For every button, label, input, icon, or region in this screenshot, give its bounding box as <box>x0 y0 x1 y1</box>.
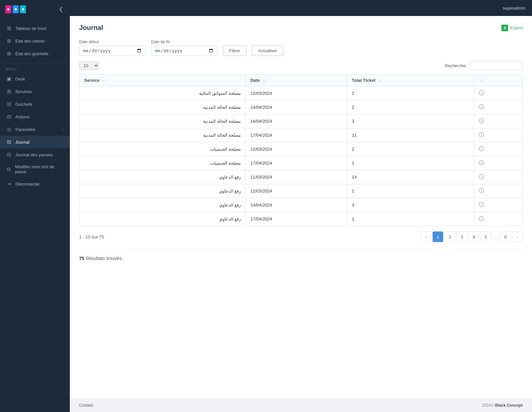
page-button-1[interactable]: 1 <box>433 231 443 242</box>
sidebar-item-journal-pauses[interactable]: ⊟ Journal des pauses <box>0 148 70 161</box>
cell-total-2: 3 <box>347 114 474 128</box>
date-fin-input[interactable] <box>151 46 217 56</box>
sidebar-item-label: Etat des clients <box>15 39 45 44</box>
next-page-button[interactable]: › <box>512 231 523 242</box>
page-button-5[interactable]: 5 <box>480 231 491 242</box>
content-area: Journal X Export Date début Date de fin … <box>70 16 532 412</box>
table-controls: 10 25 50 100 Recherche: <box>79 61 523 70</box>
table-row: مصلحة الحالة المدنية 17/04/2024 11 ⓘ <box>79 128 523 142</box>
date-debut-label: Date début <box>79 40 146 44</box>
cell-service-7: رفع الدعاوي <box>79 184 246 198</box>
sidebar-item-label: Etat des guichets <box>15 51 49 56</box>
info-button-5[interactable]: ⓘ <box>479 160 484 167</box>
sidebar-item-etat-clients[interactable]: ⊞ Etat des clients <box>0 35 70 47</box>
cell-action-8: ⓘ <box>474 198 523 212</box>
chevron-right-icon: › <box>63 127 64 131</box>
cell-date-7: 12/03/2024 <box>246 184 347 198</box>
page-button-4[interactable]: 4 <box>468 231 479 242</box>
col-total-ticket[interactable]: Total Ticket ↑↓ <box>347 74 474 86</box>
sidebar-item-guichets[interactable]: ⊟ Guichets <box>0 98 70 110</box>
footer-brand: Black Concept <box>495 403 523 408</box>
export-button[interactable]: X Export <box>501 25 523 31</box>
sidebar-item-journal[interactable]: ⊟ Journal <box>0 136 70 148</box>
excel-icon: X <box>501 25 508 31</box>
cell-date-0: 12/03/2024 <box>246 86 347 100</box>
results-count: 75 <box>79 256 84 261</box>
cell-date-3: 17/04/2024 <box>246 128 347 142</box>
actions-icon: ⊟ <box>6 114 12 120</box>
sort-icon-actions[interactable]: ↑↓ <box>480 79 483 82</box>
cell-date-5: 17/04/2024 <box>246 156 347 170</box>
sort-icon-service[interactable]: ↑↓ <box>102 79 105 82</box>
sort-icon-total[interactable]: ↑↓ <box>378 79 381 82</box>
date-debut-field: Date début <box>79 40 146 56</box>
sidebar-item-services[interactable]: ⊞ Services <box>0 85 70 98</box>
cell-action-5: ⓘ <box>474 156 523 170</box>
sidebar-item-deconnecter[interactable]: ⇒ Déconnecter <box>0 178 70 190</box>
table-row: رفع الدعاوي 14/04/2024 3 ⓘ <box>79 198 523 212</box>
cell-total-7: 1 <box>347 184 474 198</box>
info-button-6[interactable]: ⓘ <box>479 174 484 181</box>
page-info: 1 - 10 Sur 75 <box>79 234 104 239</box>
col-service[interactable]: Service ↑↓ <box>79 74 246 86</box>
footer-year: 2024© <box>482 403 494 408</box>
table-row: مصلحة الجنسيات 12/03/2024 2 ⓘ <box>79 142 523 156</box>
page-ellipsis: ... <box>492 234 499 239</box>
table-header-row: Service ↑↓ Date ↑↓ Total Ticket ↑↓ ↑↓ <box>79 74 523 86</box>
prev-page-button[interactable]: ‹ <box>421 231 431 242</box>
cell-service-6: رفع الدعاوي <box>79 170 246 184</box>
table-row: مصلحة الحالة المدنية 16/04/2024 3 ⓘ <box>79 114 523 128</box>
cell-date-4: 12/03/2024 <box>246 142 347 156</box>
desk-icon: ▣ <box>6 76 12 82</box>
page-button-3[interactable]: 3 <box>457 231 467 242</box>
logo-icon-3: ◆ <box>20 5 26 13</box>
info-button-7[interactable]: ⓘ <box>479 188 484 195</box>
info-button-3[interactable]: ⓘ <box>479 132 484 139</box>
info-button-1[interactable]: ⓘ <box>479 104 484 111</box>
sidebar-item-parametre[interactable]: ◎ Paramètre › <box>0 123 70 136</box>
parametre-icon: ◎ <box>6 126 12 132</box>
date-fin-field: Date de fin <box>151 40 217 56</box>
pagination-row: 1 - 10 Sur 75 ‹ 1 2 3 4 5 ... 8 › <box>79 231 523 242</box>
search-input[interactable] <box>469 61 523 70</box>
cell-service-2: مصلحة الحالة المدنية <box>79 114 246 128</box>
sidebar-item-label: Actions <box>15 114 30 119</box>
services-icon: ⊞ <box>6 88 12 94</box>
cell-action-0: ⓘ <box>474 86 523 100</box>
footer-right: 2024© Black Concept <box>482 403 523 408</box>
sidebar: ◆ ◆ ◆ ❮ ⊞ Tableau de bord ⊞ Etat des cli… <box>0 0 70 412</box>
contact-link[interactable]: Contact <box>79 403 93 408</box>
sort-icon-date[interactable]: ↑↓ <box>262 79 266 82</box>
info-button-8[interactable]: ⓘ <box>479 202 484 208</box>
col-date[interactable]: Date ↑↓ <box>246 74 347 86</box>
sidebar-item-actions[interactable]: ⊟ Actions <box>0 110 70 123</box>
cell-date-2: 16/04/2024 <box>246 114 347 128</box>
page-button-8[interactable]: 8 <box>500 231 511 242</box>
date-fin-label: Date de fin <box>151 40 217 44</box>
sidebar-item-desk[interactable]: ▣ Desk <box>0 72 70 85</box>
sidebar-item-etat-guichets[interactable]: ⊞ Etat des guichets <box>0 47 70 60</box>
page-button-2[interactable]: 2 <box>445 231 455 242</box>
filter-button[interactable]: Filtrer <box>223 46 246 56</box>
per-page-select[interactable]: 10 25 50 100 <box>79 61 99 70</box>
search-box: Recherche: <box>445 61 523 70</box>
info-button-2[interactable]: ⓘ <box>479 118 484 125</box>
search-label: Recherche: <box>445 63 467 68</box>
refresh-button[interactable]: Actualiser <box>252 46 283 56</box>
info-button-9[interactable]: ⓘ <box>479 215 484 222</box>
date-debut-input[interactable] <box>79 46 146 56</box>
cell-total-3: 11 <box>347 128 474 142</box>
sidebar-item-tableau-de-bord[interactable]: ⊞ Tableau de bord <box>0 22 70 35</box>
sidebar-item-label: Services <box>15 89 32 94</box>
info-button-4[interactable]: ⓘ <box>479 146 484 153</box>
cell-action-2: ⓘ <box>474 114 523 128</box>
cell-service-8: رفع الدعاوي <box>79 198 246 212</box>
info-button-0[interactable]: ⓘ <box>479 90 484 97</box>
sidebar-header: ◆ ◆ ◆ ❮ <box>0 0 70 19</box>
sidebar-item-modifier-mdp[interactable]: ⊟ Modifier mon mot de passe <box>0 161 70 178</box>
cell-service-0: مصلحة السوائق المالية <box>79 86 246 100</box>
cell-action-7: ⓘ <box>474 184 523 198</box>
sidebar-item-label: Guichets <box>15 102 32 107</box>
page-title: Journal <box>79 24 103 32</box>
back-button[interactable]: ❮ <box>58 5 65 14</box>
